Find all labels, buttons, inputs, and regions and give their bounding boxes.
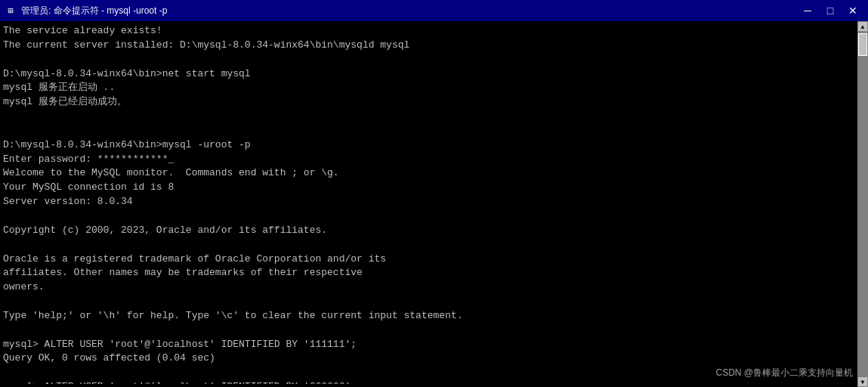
terminal-line: mysql> ALTER USER 'root'@'localhost' IDE… (3, 338, 853, 352)
terminal-line: affiliates. Other names may be trademark… (3, 266, 853, 280)
scrollbar-thumb[interactable] (858, 33, 867, 56)
maximize-button[interactable]: □ (820, 3, 841, 18)
terminal-line: Enter password: ************_ (3, 153, 853, 167)
terminal-line (3, 238, 853, 252)
terminal-line: mysql> ALTER USER 'root'@'localhost' IDE… (3, 380, 853, 384)
terminal-content: The service already exists!The current s… (3, 24, 853, 384)
close-button[interactable]: ✕ (842, 3, 863, 18)
terminal-line: Type 'help;' or '\h' for help. Type '\c'… (3, 309, 853, 324)
terminal-line: Your MySQL connection id is 8 (3, 181, 853, 195)
terminal-line (3, 53, 853, 67)
terminal-line (3, 295, 853, 309)
titlebar-left: ⊞ 管理员: 命令提示符 - mysql -uroot -p (5, 5, 167, 17)
scrollbar-track[interactable] (857, 32, 868, 376)
terminal-line: Oracle is a registered trademark of Orac… (3, 252, 853, 267)
terminal-line: The service already exists! (3, 24, 853, 39)
watermark: CSDN @鲁棒最小二乘支持向量机 (715, 367, 853, 379)
terminal-line: owners. (3, 280, 853, 295)
terminal-line (3, 124, 853, 138)
terminal-line: Welcome to the MySQL monitor. Commands e… (3, 166, 853, 181)
terminal-line (3, 324, 853, 338)
scrollbar[interactable]: ▲ ▼ (857, 21, 868, 387)
terminal-line: D:\mysql-8.0.34-winx64\bin>net start mys… (3, 67, 853, 82)
terminal-line: mysql 服务已经启动成功。 (3, 95, 853, 110)
terminal-line: D:\mysql-8.0.34-winx64\bin>mysql -uroot … (3, 138, 853, 153)
scroll-up-arrow[interactable]: ▲ (857, 21, 868, 32)
terminal-line: Copyright (c) 2000, 2023, Oracle and/or … (3, 224, 853, 238)
scroll-down-arrow[interactable]: ▼ (857, 376, 868, 387)
titlebar: ⊞ 管理员: 命令提示符 - mysql -uroot -p ─ □ ✕ (0, 0, 868, 21)
titlebar-controls: ─ □ ✕ (797, 3, 863, 18)
titlebar-title: 管理员: 命令提示符 - mysql -uroot -p (21, 5, 167, 17)
terminal-line: Server version: 8.0.34 (3, 195, 853, 209)
minimize-button[interactable]: ─ (797, 3, 818, 18)
terminal-line: Query OK, 0 rows affected (0.04 sec) (3, 351, 853, 366)
app-icon: ⊞ (5, 5, 17, 17)
terminal-line: mysql 服务正在启动 .. (3, 81, 853, 95)
terminal-window: The service already exists!The current s… (0, 21, 868, 387)
terminal-line (3, 110, 853, 124)
terminal-line (3, 209, 853, 224)
terminal-line: The current server installed: D:\mysql-8… (3, 39, 853, 53)
